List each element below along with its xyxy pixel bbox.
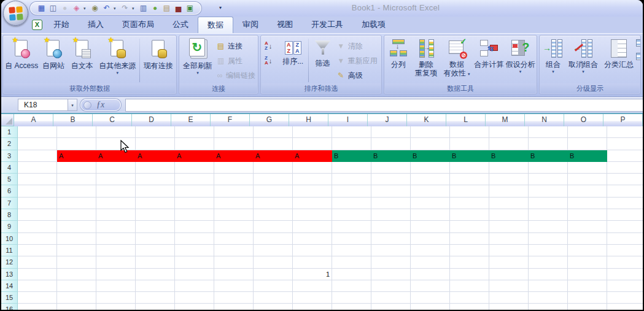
cell-A11[interactable] — [18, 245, 57, 256]
cell-I11[interactable] — [332, 245, 371, 256]
cell-C8[interactable] — [96, 209, 136, 221]
mail-printer-icon[interactable]: ▤ — [162, 3, 171, 13]
cell-G12[interactable] — [254, 256, 293, 268]
globe-icon[interactable]: ● — [150, 3, 160, 13]
cell-N1[interactable] — [529, 126, 568, 138]
cell-K2[interactable] — [411, 138, 450, 150]
cell-F7[interactable] — [214, 198, 254, 209]
cell-J14[interactable] — [371, 280, 411, 292]
cell-I4[interactable] — [332, 162, 371, 174]
cell-C5[interactable] — [96, 174, 136, 185]
dropdown-arrow-icon[interactable]: ▾ — [196, 70, 199, 75]
cell-I15[interactable] — [332, 292, 371, 304]
cell-M3[interactable]: B — [489, 150, 529, 162]
cell-H12[interactable] — [293, 256, 332, 268]
cell-E11[interactable] — [175, 245, 214, 256]
cell-H11[interactable] — [293, 245, 332, 256]
cell-L14[interactable] — [450, 280, 489, 292]
undo-dropdown-icon[interactable]: ▾ — [114, 6, 118, 11]
cell-G4[interactable] — [254, 162, 293, 174]
column-header-N[interactable]: N — [525, 114, 564, 126]
cell-A7[interactable] — [18, 198, 57, 209]
cell-B10[interactable] — [57, 233, 96, 245]
cell-B15[interactable] — [57, 292, 96, 304]
cell-K1[interactable] — [411, 126, 450, 138]
refresh-all-button[interactable]: ↻ 全部刷新 ▾ — [180, 37, 215, 83]
cell-C11[interactable] — [96, 245, 136, 256]
cell-I2[interactable] — [332, 138, 371, 150]
cell-D16[interactable] — [136, 304, 175, 310]
row-header-2[interactable]: 2 — [1, 138, 18, 150]
undo-icon[interactable]: ↶ — [102, 3, 111, 13]
cell-A9[interactable] — [18, 221, 57, 232]
cell-F8[interactable] — [214, 209, 254, 221]
cell-C16[interactable] — [96, 304, 136, 310]
cell-B16[interactable] — [57, 304, 96, 310]
cell-O8[interactable] — [568, 209, 607, 221]
cell-A14[interactable] — [18, 280, 57, 292]
cell-G16[interactable] — [254, 304, 293, 310]
cell-F12[interactable] — [214, 256, 254, 268]
cell-B5[interactable] — [57, 174, 96, 185]
cell-A10[interactable] — [18, 233, 57, 245]
redo-icon[interactable]: ↷ — [120, 3, 130, 13]
cell-O5[interactable] — [568, 174, 607, 185]
cell-K11[interactable] — [411, 245, 450, 256]
cell-N11[interactable] — [529, 245, 568, 256]
column-header-B[interactable]: B — [53, 114, 93, 126]
cell-J16[interactable] — [371, 304, 411, 310]
cell-C12[interactable] — [96, 256, 136, 268]
column-header-A[interactable]: A — [14, 114, 53, 126]
cell-N6[interactable] — [529, 185, 568, 197]
cell-B2[interactable] — [57, 138, 96, 150]
sort-button[interactable]: AZ ZA 排序... — [279, 37, 307, 83]
cell-P10[interactable] — [607, 233, 643, 245]
row-header-4[interactable]: 4 — [1, 162, 18, 174]
cell-B14[interactable] — [57, 280, 96, 292]
cell-H6[interactable] — [293, 185, 332, 197]
cell-K4[interactable] — [411, 162, 450, 174]
cell-M8[interactable] — [489, 209, 529, 221]
dropdown-arrow-icon[interactable]: ▾ — [519, 69, 522, 74]
cell-I3[interactable]: B — [332, 150, 371, 162]
cell-M2[interactable] — [489, 138, 529, 150]
cell-I7[interactable] — [332, 198, 371, 209]
cell-H3[interactable]: A — [293, 150, 332, 162]
cell-D13[interactable] — [136, 269, 175, 280]
cell-F6[interactable] — [214, 185, 254, 197]
cell-I6[interactable] — [332, 185, 371, 197]
dropdown-arrow-icon[interactable]: ▾ — [117, 70, 119, 75]
tab-公式[interactable]: 公式 — [163, 17, 198, 33]
cell-C14[interactable] — [96, 280, 136, 292]
column-header-P[interactable]: P — [603, 114, 643, 126]
cell-G14[interactable] — [254, 280, 293, 292]
cell-M14[interactable] — [489, 280, 529, 292]
tab-开始[interactable]: 开始 — [44, 17, 79, 33]
cell-D3[interactable]: A — [136, 150, 175, 162]
cell-O6[interactable] — [568, 185, 607, 197]
consolidate-button[interactable]: ⇆ 合并计算 — [473, 37, 505, 83]
cell-E16[interactable] — [175, 304, 214, 310]
cell-J1[interactable] — [371, 126, 411, 138]
cell-E9[interactable] — [175, 221, 214, 232]
cell-I8[interactable] — [332, 209, 371, 221]
column-header-O[interactable]: O — [564, 114, 603, 126]
paste-cube-icon[interactable]: ◈ — [72, 3, 81, 13]
existing-connections-button[interactable]: 现有连接 — [141, 37, 175, 83]
cell-O7[interactable] — [568, 198, 607, 209]
group-button[interactable]: → 组合 ▾ — [541, 37, 565, 83]
formula-input[interactable] — [125, 99, 643, 112]
cell-D4[interactable] — [136, 162, 175, 174]
cell-E13[interactable] — [175, 269, 214, 280]
cell-H2[interactable] — [293, 138, 332, 150]
cell-L1[interactable] — [450, 126, 489, 138]
row-header-9[interactable]: 9 — [1, 221, 18, 232]
cell-B1[interactable] — [57, 126, 96, 138]
advanced-filter-button[interactable]: ✎ 高级 — [335, 68, 380, 83]
cell-B12[interactable] — [57, 256, 96, 268]
publish-sphere-icon[interactable]: ● — [60, 3, 69, 13]
cell-I10[interactable] — [332, 233, 371, 245]
cell-D11[interactable] — [136, 245, 175, 256]
cell-M9[interactable] — [489, 221, 529, 232]
cell-B13[interactable] — [57, 269, 96, 280]
